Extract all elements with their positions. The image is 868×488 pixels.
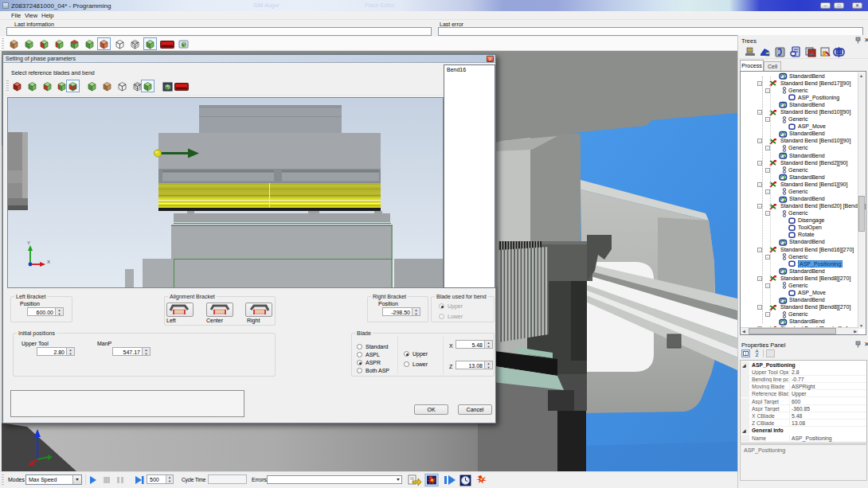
svg-text:Y: Y [27,240,30,245]
svg-text:X: X [47,260,50,264]
